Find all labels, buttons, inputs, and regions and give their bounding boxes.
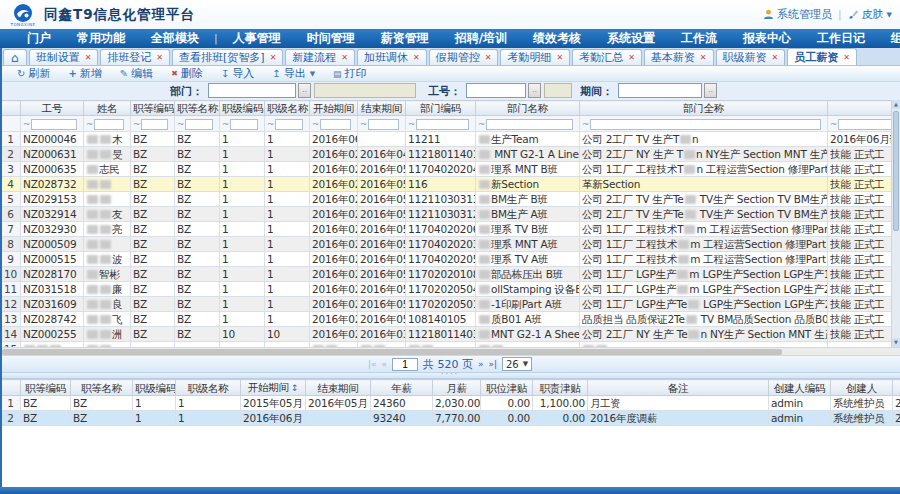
column-header[interactable]: 职位津贴 bbox=[481, 380, 533, 396]
column-header[interactable]: 职等名称 bbox=[175, 101, 220, 116]
column-header[interactable]: 职等编码 bbox=[131, 101, 175, 116]
close-icon[interactable]: ✕ bbox=[556, 53, 563, 62]
next-page-button[interactable]: » bbox=[478, 359, 484, 369]
column-header[interactable]: 结束期间 bbox=[358, 101, 406, 116]
column-header[interactable]: 部门编码 bbox=[406, 101, 476, 116]
export-button[interactable]: ↥导出▼ bbox=[263, 66, 324, 81]
menu-item[interactable]: 人事管理 bbox=[220, 30, 294, 47]
close-icon[interactable]: ✕ bbox=[772, 53, 779, 62]
emp-lookup-button[interactable]: ‥ bbox=[528, 83, 541, 98]
menu-item[interactable]: 薪资管理 bbox=[368, 30, 442, 47]
menu-item[interactable]: 系统设置 bbox=[594, 30, 668, 47]
column-filter-input[interactable] bbox=[416, 119, 469, 130]
close-icon[interactable]: ✕ bbox=[156, 53, 163, 62]
column-header[interactable]: 职等名称 bbox=[71, 380, 133, 396]
tab-员工薪资[interactable]: 员工薪资✕ bbox=[787, 48, 857, 65]
column-filter-input[interactable] bbox=[838, 119, 894, 130]
column-header[interactable]: 开始期间↕ bbox=[241, 380, 306, 396]
table-row[interactable]: 3NZ000635志民BZBZ112016年02月2016年05月1170402… bbox=[1, 162, 900, 177]
tab-假期管控[interactable]: 假期管控✕ bbox=[429, 49, 499, 65]
column-header[interactable]: 年薪 bbox=[371, 380, 433, 396]
close-icon[interactable]: ✕ bbox=[341, 53, 348, 62]
current-user[interactable]: 系统管理员 bbox=[763, 7, 832, 22]
scroll-thumb[interactable] bbox=[2, 349, 782, 355]
tab-考勤汇总[interactable]: 考勤汇总✕ bbox=[572, 49, 642, 65]
horizontal-scrollbar[interactable] bbox=[0, 347, 900, 356]
column-filter-input[interactable] bbox=[31, 119, 77, 130]
column-header[interactable]: 部门名称 bbox=[476, 101, 580, 116]
column-header[interactable]: 职级编码 bbox=[133, 380, 176, 396]
column-header[interactable]: 部门全称 bbox=[580, 101, 828, 116]
menu-item[interactable]: 招聘/培训 bbox=[442, 30, 520, 47]
menu-item[interactable]: 常用功能 bbox=[64, 30, 138, 47]
table-row[interactable]: 7NZ032930亮BZBZ112016年02月2016年05月11704020… bbox=[1, 222, 900, 237]
column-header[interactable]: 备注 bbox=[588, 380, 769, 396]
page-size-select[interactable]: 26 ▼ bbox=[502, 357, 532, 371]
close-icon[interactable]: ✕ bbox=[413, 53, 420, 62]
tab-加班调休[interactable]: 加班调休✕ bbox=[357, 49, 427, 65]
column-header[interactable]: 创建人 bbox=[831, 380, 893, 396]
tab-排班登记[interactable]: 排班登记✕ bbox=[100, 49, 170, 65]
period-filter-input[interactable] bbox=[618, 83, 702, 98]
scroll-thumb[interactable] bbox=[893, 111, 899, 231]
dept-lookup-button[interactable]: ‥ bbox=[298, 83, 311, 98]
add-button[interactable]: +新增 bbox=[59, 66, 110, 81]
close-icon[interactable]: ✕ bbox=[700, 53, 707, 62]
column-filter-input[interactable] bbox=[275, 119, 303, 130]
vertical-scrollbar[interactable]: ▲ ▼ bbox=[891, 100, 900, 347]
column-header[interactable]: 创建人编码 bbox=[769, 380, 831, 396]
menu-item[interactable]: 时间管理 bbox=[294, 30, 368, 47]
column-header[interactable]: 姓名 bbox=[84, 101, 131, 116]
close-icon[interactable]: ✕ bbox=[270, 53, 277, 62]
tab-基本薪资[interactable]: 基本薪资✕ bbox=[644, 49, 714, 65]
column-header[interactable]: 结束期间 bbox=[306, 380, 371, 396]
page-input[interactable] bbox=[392, 358, 418, 371]
scroll-up-icon[interactable]: ▲ bbox=[892, 100, 900, 109]
table-row[interactable]: 1NZ000046木BZBZ112016年06月11211生产Team公司 2工… bbox=[1, 132, 900, 147]
home-tab[interactable]: ⌂ bbox=[3, 49, 27, 65]
import-button[interactable]: ↧导入 bbox=[212, 66, 263, 81]
menu-item[interactable]: 门户 bbox=[14, 30, 64, 47]
tab-班制设置[interactable]: 班制设置✕ bbox=[29, 49, 99, 65]
edit-button[interactable]: ✎编辑 bbox=[111, 66, 162, 81]
table-row[interactable]: 4NZ028732BZBZ112016年02月2016年05月116新Secti… bbox=[1, 177, 900, 192]
close-icon[interactable]: ✕ bbox=[485, 53, 492, 62]
close-icon[interactable]: ✕ bbox=[628, 53, 635, 62]
column-filter-input[interactable] bbox=[486, 119, 573, 130]
column-header[interactable]: 开始期间 bbox=[310, 101, 358, 116]
column-filter-input[interactable] bbox=[185, 119, 213, 130]
table-row[interactable]: 6NZ032914友BZBZ112016年02月2016年05月11211030… bbox=[1, 207, 900, 222]
tab-查看排班[贺智多][interactable]: 查看排班[贺智多]✕ bbox=[172, 49, 283, 65]
column-header[interactable]: 职等编码 bbox=[21, 380, 71, 396]
column-header[interactable]: 职责津贴 bbox=[533, 380, 588, 396]
close-icon[interactable]: ✕ bbox=[843, 53, 850, 62]
column-filter-input[interactable] bbox=[590, 119, 821, 130]
table-row[interactable]: 10NZ028170智彬BZBZ112016年02月2016年05月117020… bbox=[1, 267, 900, 282]
column-header[interactable]: 职级名称 bbox=[265, 101, 310, 116]
last-page-button[interactable]: »| bbox=[488, 359, 497, 369]
table-row[interactable]: 1BZBZ112015年05月2016年05月243602,030.000.00… bbox=[1, 396, 900, 411]
skin-menu[interactable]: 皮肤 ▼ bbox=[848, 7, 892, 22]
table-row[interactable]: 12NZ031609良BZBZ112016年02月2016年05月1170202… bbox=[1, 297, 900, 312]
close-icon[interactable]: ✕ bbox=[85, 53, 92, 62]
column-header[interactable]: 工号 bbox=[21, 101, 84, 116]
tab-新建流程[interactable]: 新建流程✕ bbox=[285, 49, 355, 65]
dept-filter-input[interactable] bbox=[208, 83, 296, 98]
menu-item[interactable]: 绩效考核 bbox=[520, 30, 594, 47]
table-row[interactable]: 14NZ000255洲BZBZ10102016年02月2016年03月11218… bbox=[1, 327, 900, 342]
table-row[interactable]: 9NZ000515波BZBZ112016年02月2016年05月11704020… bbox=[1, 252, 900, 267]
scroll-down-icon[interactable]: ▼ bbox=[892, 338, 900, 347]
table-row[interactable]: 8NZ000509BZBZ112016年02月2016年05月117040202… bbox=[1, 237, 900, 252]
column-filter-input[interactable] bbox=[368, 119, 399, 130]
column-header[interactable]: 职级编码 bbox=[220, 101, 265, 116]
column-filter-input[interactable] bbox=[320, 119, 351, 130]
table-row[interactable]: 11NZ031518廉BZBZ112016年02月2016年05月1170202… bbox=[1, 282, 900, 297]
print-button[interactable]: ▤打印 bbox=[324, 66, 376, 81]
first-page-button[interactable]: |« bbox=[368, 359, 377, 369]
table-row[interactable]: 2BZBZ112016年06月932407,770.000.000.002016… bbox=[1, 411, 900, 426]
table-row[interactable]: 2NZ000631旻BZBZ112016年02月2016年04月11218011… bbox=[1, 147, 900, 162]
menu-item[interactable]: 工作流 bbox=[668, 30, 730, 47]
menu-item[interactable]: 报表中心 bbox=[730, 30, 804, 47]
table-row[interactable]: 5NZ029153BZBZ112016年02月2016年05月112110303… bbox=[1, 192, 900, 207]
column-header[interactable]: 职级名称 bbox=[176, 380, 241, 396]
